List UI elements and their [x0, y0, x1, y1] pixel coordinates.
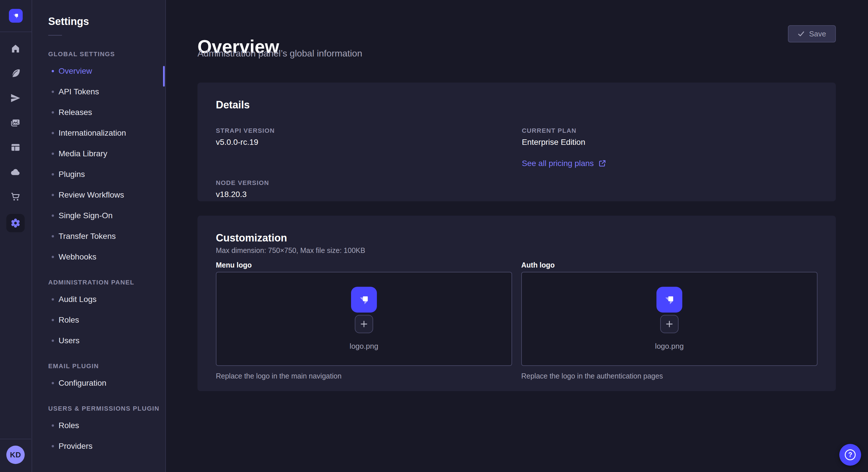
strapi-version-value: v5.0.0-rc.19: [216, 136, 512, 148]
see-all-pricing-plans-link[interactable]: See all pricing plans: [522, 158, 606, 169]
bullet-icon: [52, 425, 54, 427]
customization-constraints: Max dimension: 750×750, Max file size: 1…: [216, 245, 817, 255]
bullet-icon: [52, 70, 54, 72]
customization-card-title: Customization: [216, 232, 817, 244]
sidebar-item-label: Users: [59, 336, 80, 345]
sidebar-item-audit-logs[interactable]: Audit Logs: [48, 289, 165, 310]
question-mark-icon: ?: [845, 449, 856, 460]
menu-logo-add-button[interactable]: [355, 315, 373, 333]
pricing-link-label: See all pricing plans: [522, 158, 594, 169]
sidebar-item-up-roles[interactable]: Roles: [48, 415, 165, 436]
auth-logo-input: Auth logo logo.png Replace the logo in t…: [521, 260, 817, 381]
check-icon: [798, 30, 805, 37]
sidebar-item-up-providers[interactable]: Providers: [48, 436, 165, 457]
sidebar-item-internationalization[interactable]: Internationalization: [48, 123, 165, 143]
node-version-value: v18.20.3: [216, 189, 512, 200]
sidebar-item-overview[interactable]: Overview: [48, 61, 165, 81]
strapi-admin-app: KD Settings GLOBAL SETTINGS Overview API…: [0, 0, 868, 472]
content-type-builder-layout-icon[interactable]: [8, 140, 23, 155]
save-button-label: Save: [809, 30, 826, 38]
current-plan-field: CURRENT PLAN Enterprise Edition: [522, 127, 817, 148]
bullet-icon: [52, 298, 54, 301]
sidebar-item-label: Configuration: [59, 378, 106, 388]
content-manager-feather-icon[interactable]: [8, 66, 23, 81]
sidebar-item-label: Roles: [59, 421, 79, 430]
marketplace-cart-icon[interactable]: [8, 189, 23, 204]
auth-logo-dropzone[interactable]: logo.png: [521, 272, 817, 366]
strapi-logo[interactable]: [9, 9, 23, 23]
subnav-scrollbar-thumb[interactable]: [163, 66, 165, 87]
sidebar-item-api-tokens[interactable]: API Tokens: [48, 81, 165, 102]
bullet-icon: [52, 339, 54, 342]
menu-logo-input: Menu logo logo.png Replace the logo in t…: [216, 260, 512, 381]
current-plan-value: Enterprise Edition: [522, 136, 817, 148]
strapi-version-label: STRAPI VERSION: [216, 127, 512, 135]
plus-icon: [665, 320, 674, 328]
settings-subnav: Settings GLOBAL SETTINGS Overview API To…: [32, 0, 166, 472]
customization-card: Customization Max dimension: 750×750, Ma…: [197, 216, 836, 391]
bullet-icon: [52, 256, 54, 258]
external-link-icon: [598, 160, 606, 167]
spacer: [216, 148, 512, 169]
subnav-title: Settings: [48, 15, 165, 28]
sidebar-item-single-sign-on[interactable]: Single Sign-On: [48, 205, 165, 226]
sidebar-item-email-configuration[interactable]: Configuration: [48, 373, 165, 394]
bullet-icon: [52, 445, 54, 447]
section-label-users-permissions-plugin: USERS & PERMISSIONS PLUGIN: [48, 405, 165, 412]
auth-logo-preview[interactable]: [656, 287, 682, 312]
menu-logo-label: Menu logo: [216, 260, 512, 270]
logo-inputs-grid: Menu logo logo.png Replace the logo in t…: [216, 260, 817, 381]
deploy-cloud-icon[interactable]: [8, 165, 23, 179]
sidebar-item-label: Transfer Tokens: [59, 232, 116, 241]
bullet-icon: [52, 319, 54, 321]
rail-footer: KD: [0, 439, 31, 472]
bullet-icon: [52, 214, 54, 217]
sidebar-item-review-workflows[interactable]: Review Workflows: [48, 185, 165, 205]
strapi-version-field: STRAPI VERSION v5.0.0-rc.19: [216, 127, 512, 148]
home-icon[interactable]: [8, 41, 23, 56]
main-content: Overview Administration panel’s global i…: [166, 0, 868, 472]
section-label-global-settings: GLOBAL SETTINGS: [48, 50, 165, 58]
bullet-icon: [52, 173, 54, 175]
sidebar-item-releases[interactable]: Releases: [48, 102, 165, 123]
details-grid: STRAPI VERSION v5.0.0-rc.19 NODE VERSION…: [216, 116, 817, 200]
sidebar-item-label: Audit Logs: [59, 295, 96, 304]
sidebar-item-label: Webhooks: [59, 252, 96, 262]
details-card: Details STRAPI VERSION v5.0.0-rc.19 NODE…: [197, 82, 836, 201]
details-card-title: Details: [216, 99, 817, 111]
bullet-icon: [52, 153, 54, 155]
sidebar-item-label: Single Sign-On: [59, 211, 113, 220]
sidebar-item-label: Internationalization: [59, 129, 126, 138]
sidebar-item-label: Overview: [59, 67, 92, 76]
auth-logo-filename: logo.png: [655, 341, 684, 351]
subnav-divider: [48, 35, 62, 36]
sidebar-item-label: Plugins: [59, 170, 85, 179]
sidebar-item-label: API Tokens: [59, 87, 99, 96]
save-button[interactable]: Save: [788, 25, 836, 42]
node-version-field: NODE VERSION v18.20.3: [216, 179, 512, 200]
page-subtitle: Administration panel’s global informatio…: [197, 48, 362, 59]
auth-logo-add-button[interactable]: [660, 315, 679, 333]
plus-icon: [360, 320, 368, 328]
sidebar-item-admin-users[interactable]: Users: [48, 330, 165, 351]
sidebar-item-label: Media Library: [59, 149, 107, 158]
media-library-pictures-icon[interactable]: [8, 115, 23, 130]
help-button[interactable]: ?: [839, 444, 861, 466]
sidebar-item-plugins[interactable]: Plugins: [48, 164, 165, 185]
menu-logo-dropzone[interactable]: logo.png: [216, 272, 512, 366]
sidebar-item-webhooks[interactable]: Webhooks: [48, 247, 165, 267]
workspace-logo-container: [0, 0, 32, 32]
sidebar-item-label: Releases: [59, 108, 92, 117]
bullet-icon: [52, 91, 54, 93]
bullet-icon: [52, 382, 54, 384]
menu-logo-preview[interactable]: [351, 287, 377, 312]
releases-paper-plane-icon[interactable]: [8, 91, 23, 105]
sidebar-item-transfer-tokens[interactable]: Transfer Tokens: [48, 226, 165, 247]
sidebar-item-label: Review Workflows: [59, 191, 124, 200]
settings-gear-icon[interactable]: [6, 214, 25, 232]
sidebar-item-media-library[interactable]: Media Library: [48, 143, 165, 164]
menu-logo-hint: Replace the logo in the main navigation: [216, 371, 512, 381]
user-avatar[interactable]: KD: [6, 446, 25, 464]
sidebar-item-admin-roles[interactable]: Roles: [48, 310, 165, 330]
details-right-column: CURRENT PLAN Enterprise Edition See all …: [522, 116, 817, 200]
